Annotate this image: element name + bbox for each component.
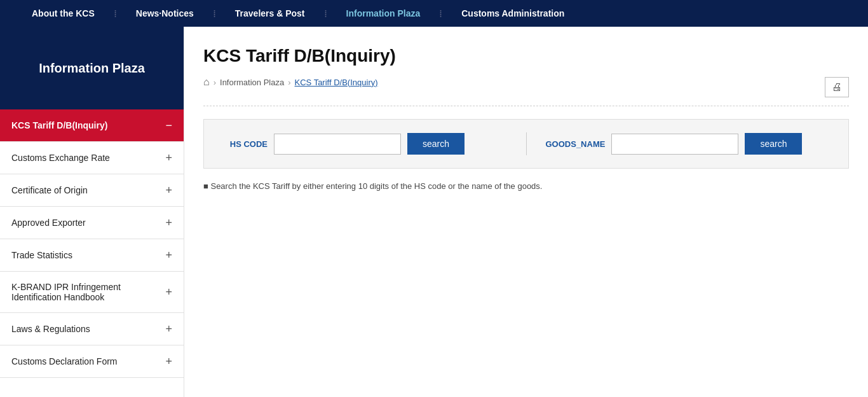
sidebar-item-laws[interactable]: Laws & Regulations + bbox=[0, 313, 184, 345]
sidebar-item-approved-exporter[interactable]: Approved Exporter + bbox=[0, 207, 184, 239]
nav-item-customs[interactable]: Customs Administration bbox=[442, 0, 583, 27]
sidebar-item-trade-statistics-label: Trade Statistics bbox=[11, 250, 72, 260]
sidebar-title-text: Information Plaza bbox=[39, 61, 145, 76]
goods-name-label: GOODS_NAME bbox=[546, 139, 606, 149]
nav-item-news[interactable]: News·Notices bbox=[117, 0, 213, 27]
sidebar: Information Plaza KCS Tariff D/B(Inquiry… bbox=[0, 27, 184, 397]
sidebar-item-certificate-label: Certificate of Origin bbox=[11, 185, 88, 195]
breadcrumb-row: ⌂ › Information Plaza › KCS Tariff D/B(I… bbox=[203, 76, 849, 106]
sidebar-item-certificate-icon: + bbox=[165, 185, 172, 196]
breadcrumb-kcs-tariff[interactable]: KCS Tariff D/B(Inquiry) bbox=[295, 78, 378, 87]
main-content: KCS Tariff D/B(Inquiry) ⌂ › Information … bbox=[184, 27, 868, 397]
breadcrumb-sep-2: › bbox=[288, 78, 290, 87]
sidebar-item-kcs-tariff-icon: − bbox=[165, 120, 172, 131]
hint-row: ■ Search the KCS Tariff by either enteri… bbox=[203, 181, 849, 191]
goods-name-group: GOODS_NAME search bbox=[546, 133, 830, 155]
print-icon: 🖨 bbox=[832, 81, 842, 93]
goods-name-search-button[interactable]: search bbox=[745, 133, 802, 155]
sidebar-item-approved-exporter-icon: + bbox=[165, 217, 172, 228]
sidebar-item-customs-declaration[interactable]: Customs Declaration Form + bbox=[0, 345, 184, 378]
nav-item-about[interactable]: About the KCS bbox=[13, 0, 114, 27]
sidebar-item-kbrand-icon: + bbox=[165, 286, 172, 298]
sidebar-item-kcs-tariff-label: KCS Tariff D/B(Inquiry) bbox=[11, 120, 107, 130]
home-icon[interactable]: ⌂ bbox=[203, 76, 210, 88]
sidebar-item-kbrand[interactable]: K-BRAND IPR Infringement Identification … bbox=[0, 272, 184, 313]
breadcrumb: ⌂ › Information Plaza › KCS Tariff D/B(I… bbox=[203, 76, 378, 88]
hint-text: ■ Search the KCS Tariff by either enteri… bbox=[203, 181, 542, 191]
page-title: KCS Tariff D/B(Inquiry) bbox=[203, 46, 849, 66]
main-layout: Information Plaza KCS Tariff D/B(Inquiry… bbox=[0, 27, 868, 397]
goods-name-input[interactable] bbox=[611, 134, 738, 155]
sidebar-item-trade-statistics[interactable]: Trade Statistics + bbox=[0, 239, 184, 272]
sidebar-item-customs-exchange[interactable]: Customs Exchange Rate + bbox=[0, 142, 184, 174]
hs-code-label: HS CODE bbox=[223, 139, 268, 149]
sidebar-item-customs-declaration-label: Customs Declaration Form bbox=[11, 356, 118, 366]
sidebar-item-customs-exchange-icon: + bbox=[165, 152, 172, 164]
sidebar-item-kcs-tariff[interactable]: KCS Tariff D/B(Inquiry) − bbox=[0, 109, 184, 142]
sidebar-item-kbrand-label: K-BRAND IPR Infringement Identification … bbox=[11, 282, 165, 302]
sidebar-item-approved-exporter-label: Approved Exporter bbox=[11, 218, 86, 228]
sidebar-item-trade-statistics-icon: + bbox=[165, 249, 172, 261]
hs-code-search-button[interactable]: search bbox=[407, 133, 465, 155]
sidebar-item-laws-icon: + bbox=[165, 323, 172, 335]
search-row: HS CODE search GOODS_NAME search bbox=[223, 132, 829, 155]
sidebar-item-customs-declaration-icon: + bbox=[165, 356, 172, 367]
hs-code-group: HS CODE search bbox=[223, 133, 507, 155]
print-button[interactable]: 🖨 bbox=[825, 77, 849, 97]
search-divider bbox=[526, 132, 527, 155]
sidebar-item-certificate[interactable]: Certificate of Origin + bbox=[0, 174, 184, 207]
top-nav: About the KCS ⁞ News·Notices ⁞ Travelers… bbox=[0, 0, 868, 27]
sidebar-title: Information Plaza bbox=[0, 27, 184, 109]
sidebar-item-laws-label: Laws & Regulations bbox=[11, 324, 90, 334]
search-section: HS CODE search GOODS_NAME search bbox=[203, 119, 849, 169]
nav-item-information[interactable]: Information Plaza bbox=[327, 0, 440, 27]
nav-item-travelers[interactable]: Travelers & Post bbox=[216, 0, 324, 27]
breadcrumb-information-plaza[interactable]: Information Plaza bbox=[220, 78, 284, 87]
hs-code-input[interactable] bbox=[274, 134, 401, 155]
sidebar-item-customs-exchange-label: Customs Exchange Rate bbox=[11, 153, 110, 163]
breadcrumb-sep-1: › bbox=[214, 78, 216, 87]
